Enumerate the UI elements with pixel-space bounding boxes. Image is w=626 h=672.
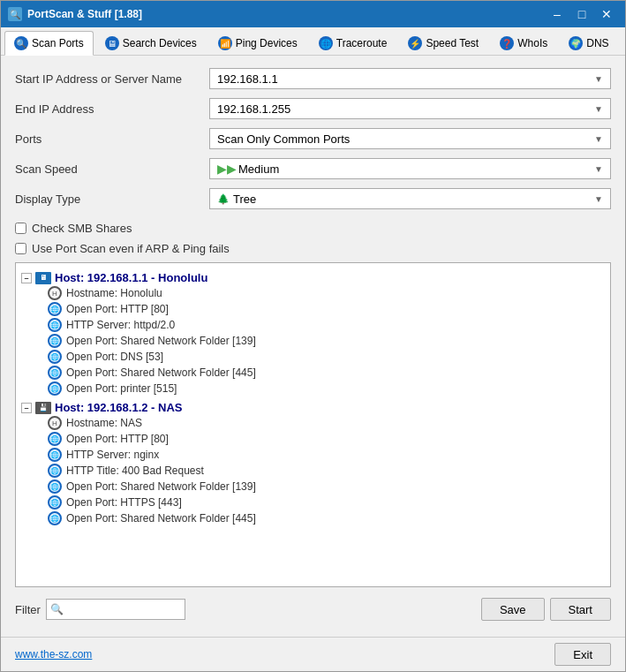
tab-speed-test[interactable]: ⚡ Speed Test bbox=[398, 31, 488, 55]
start-ip-row: Start IP Address or Server Name 192.168.… bbox=[15, 68, 611, 89]
start-button[interactable]: Start bbox=[550, 598, 611, 621]
arp-ping-label[interactable]: Use Port Scan even if ARP & Ping fails bbox=[32, 242, 230, 255]
end-ip-dropdown[interactable]: 192.168.1.255 ▼ bbox=[209, 98, 611, 119]
speed-icon: ▶▶ bbox=[217, 162, 237, 176]
tab-whois[interactable]: ❓ WhoIs bbox=[490, 31, 557, 55]
host2-https-icon: 🌐 bbox=[48, 495, 62, 510]
close-button[interactable]: ✕ bbox=[595, 5, 618, 23]
end-ip-arrow: ▼ bbox=[594, 104, 603, 114]
tree-host-1-toggle[interactable]: – bbox=[21, 273, 32, 283]
list-item: 🌐 Open Port: DNS [53] bbox=[44, 349, 610, 365]
main-content: Start IP Address or Server Name 192.168.… bbox=[1, 56, 625, 637]
dns-53-icon: 🌐 bbox=[48, 350, 62, 364]
tree-host-1-row[interactable]: – 🖥 Host: 192.168.1.1 - Honolulu bbox=[16, 270, 610, 285]
list-item: 🌐 Open Port: Shared Network Folder [139] bbox=[44, 333, 610, 349]
tree-host-2-toggle[interactable]: – bbox=[21, 403, 32, 413]
tab-ping-devices-label: Ping Devices bbox=[236, 37, 298, 49]
filter-input-wrap[interactable]: 🔍 bbox=[46, 599, 185, 620]
tab-whois-label: WhoIs bbox=[517, 37, 547, 49]
tab-speed-test-label: Speed Test bbox=[426, 37, 479, 49]
end-ip-label: End IP Address bbox=[15, 102, 209, 116]
tab-ping-devices[interactable]: 📶 Ping Devices bbox=[208, 31, 307, 55]
tree-host-2-row[interactable]: – 💾 Host: 192.168.1.2 - NAS bbox=[16, 400, 610, 415]
list-item: 🌐 Open Port: HTTPS [443] bbox=[44, 495, 610, 510]
hostname-icon: H bbox=[48, 286, 62, 300]
http-server-icon: 🌐 bbox=[48, 318, 62, 332]
share-139-icon: 🌐 bbox=[48, 334, 62, 348]
tab-scan-ports-label: Scan Ports bbox=[32, 37, 84, 49]
host2-item-2: HTTP Server: nginx bbox=[66, 449, 159, 461]
traceroute-icon: 🌐 bbox=[319, 36, 333, 50]
scan-ports-icon: 🔍 bbox=[14, 36, 28, 50]
list-item: 🌐 Open Port: printer [515] bbox=[44, 381, 610, 396]
share-445-icon: 🌐 bbox=[48, 366, 62, 380]
host1-item-3: Open Port: Shared Network Folder [139] bbox=[66, 335, 256, 347]
ports-dropdown[interactable]: Scan Only Common Ports ▼ bbox=[209, 128, 611, 149]
window-controls: – □ ✕ bbox=[546, 5, 618, 23]
ports-value: Scan Only Common Ports bbox=[217, 132, 594, 146]
display-type-dropdown[interactable]: 🌲 Tree ▼ bbox=[209, 188, 611, 209]
list-item: 🌐 Open Port: HTTP [80] bbox=[44, 301, 610, 317]
host1-item-1: Open Port: HTTP [80] bbox=[66, 303, 169, 315]
check-smb-row: Check SMB Shares bbox=[15, 222, 611, 235]
host2-http-title-icon: 🌐 bbox=[48, 464, 62, 478]
http-icon: 🌐 bbox=[48, 302, 62, 316]
host1-hostname: Hostname: Honolulu bbox=[66, 287, 162, 299]
scan-speed-row: Scan Speed ▶▶ Medium ▼ bbox=[15, 158, 611, 179]
host2-share-445-icon: 🌐 bbox=[48, 511, 62, 525]
list-item: 🌐 Open Port: Shared Network Folder [445] bbox=[44, 365, 610, 381]
start-ip-value: 192.168.1.1 bbox=[217, 72, 594, 86]
tree-host-2: – 💾 Host: 192.168.1.2 - NAS H Hostname: … bbox=[16, 400, 610, 526]
display-type-row: Display Type 🌲 Tree ▼ bbox=[15, 188, 611, 209]
end-ip-row: End IP Address 192.168.1.255 ▼ bbox=[15, 98, 611, 119]
start-ip-control: 192.168.1.1 ▼ bbox=[209, 68, 611, 89]
start-ip-label: Start IP Address or Server Name bbox=[15, 72, 209, 86]
start-ip-dropdown[interactable]: 192.168.1.1 ▼ bbox=[209, 68, 611, 89]
hostname2-icon: H bbox=[48, 416, 62, 430]
check-smb-checkbox[interactable] bbox=[15, 223, 26, 234]
list-item: 🌐 HTTP Server: httpd/2.0 bbox=[44, 317, 610, 333]
ports-control: Scan Only Common Ports ▼ bbox=[209, 128, 611, 149]
host2-hostname: Hostname: NAS bbox=[66, 417, 142, 429]
tree-host-1-children: H Hostname: Honolulu 🌐 Open Port: HTTP [… bbox=[44, 285, 610, 396]
ports-row: Ports Scan Only Common Ports ▼ bbox=[15, 128, 611, 149]
ping-devices-icon: 📶 bbox=[218, 36, 232, 50]
host1-item-2: HTTP Server: httpd/2.0 bbox=[66, 319, 175, 331]
host2-item-5: Open Port: HTTPS [443] bbox=[66, 496, 182, 509]
list-item: H Hostname: Honolulu bbox=[44, 285, 610, 301]
window-title: PortScan & Stuff [1.88] bbox=[27, 8, 546, 20]
maximize-button[interactable]: □ bbox=[570, 5, 593, 23]
nav-bar: 🔍 Scan Ports 🖥 Search Devices 📶 Ping Dev… bbox=[1, 27, 625, 56]
display-type-arrow: ▼ bbox=[594, 194, 603, 204]
scan-speed-control: ▶▶ Medium ▼ bbox=[209, 158, 611, 179]
host1-item-6: Open Port: printer [515] bbox=[66, 382, 177, 395]
list-item: 🌐 Open Port: Shared Network Folder [139] bbox=[44, 479, 610, 495]
tab-about[interactable]: ℹ About bbox=[621, 31, 626, 55]
app-icon: 🔍 bbox=[8, 7, 22, 21]
list-item: H Hostname: NAS bbox=[44, 415, 610, 431]
tab-traceroute-label: Traceroute bbox=[336, 37, 388, 49]
scan-speed-value: Medium bbox=[238, 162, 594, 176]
check-smb-label[interactable]: Check SMB Shares bbox=[32, 222, 132, 235]
filter-label: Filter bbox=[15, 603, 41, 616]
end-ip-value: 192.168.1.255 bbox=[217, 102, 594, 116]
printer-icon: 🌐 bbox=[48, 381, 62, 396]
tab-traceroute[interactable]: 🌐 Traceroute bbox=[309, 31, 397, 55]
tree-host-2-children: H Hostname: NAS 🌐 Open Port: HTTP [80] 🌐… bbox=[44, 415, 610, 526]
filter-input[interactable] bbox=[66, 603, 181, 615]
tree-host-1-label: Host: 192.168.1.1 - Honolulu bbox=[55, 271, 207, 284]
arp-ping-checkbox[interactable] bbox=[15, 243, 26, 254]
save-button[interactable]: Save bbox=[481, 598, 545, 621]
start-ip-arrow: ▼ bbox=[594, 74, 603, 84]
tab-scan-ports[interactable]: 🔍 Scan Ports bbox=[4, 31, 94, 56]
website-link[interactable]: www.the-sz.com bbox=[15, 648, 92, 661]
host1-pc-icon: 🖥 bbox=[35, 272, 51, 284]
minimize-button[interactable]: – bbox=[546, 5, 569, 23]
speed-test-icon: ⚡ bbox=[408, 36, 422, 50]
tab-dns[interactable]: 🌍 DNS bbox=[559, 31, 618, 55]
tab-search-devices[interactable]: 🖥 Search Devices bbox=[95, 31, 207, 55]
display-type-value: Tree bbox=[233, 193, 594, 206]
exit-button[interactable]: Exit bbox=[554, 643, 611, 666]
scan-speed-dropdown[interactable]: ▶▶ Medium ▼ bbox=[209, 158, 611, 179]
tree-panel[interactable]: – 🖥 Host: 192.168.1.1 - Honolulu H Hostn… bbox=[15, 262, 611, 587]
